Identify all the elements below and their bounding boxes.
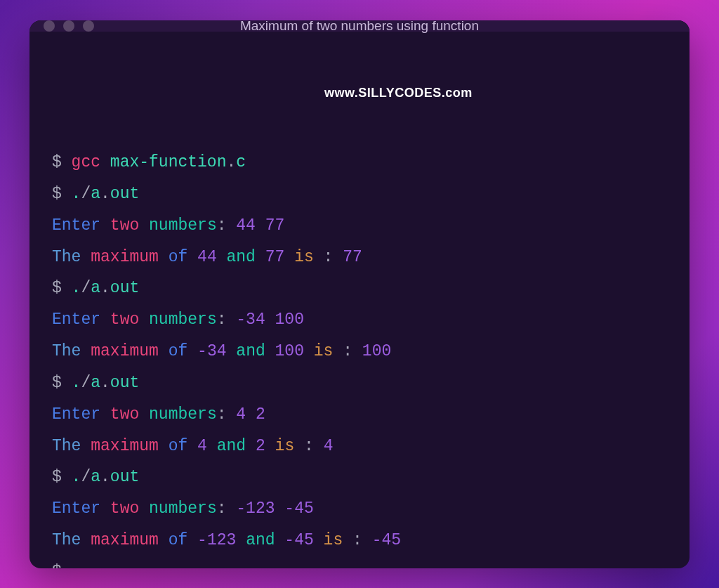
- token: and: [236, 342, 265, 360]
- minimize-icon[interactable]: [63, 20, 74, 32]
- traffic-lights: [44, 20, 94, 32]
- token: [314, 531, 324, 549]
- token: a: [91, 468, 100, 486]
- token: 44: [236, 216, 256, 235]
- token: 44: [197, 248, 217, 266]
- token: .: [100, 468, 110, 486]
- terminal-line: Enter two numbers: -34 100: [52, 304, 667, 336]
- token: /: [81, 279, 91, 297]
- token: is: [275, 437, 295, 455]
- token: and: [217, 437, 246, 455]
- token: [187, 531, 197, 549]
- token: 2: [256, 437, 265, 455]
- token: [81, 531, 91, 549]
- token: Enter: [52, 499, 100, 518]
- token: .: [72, 468, 81, 486]
- token: 77: [343, 248, 362, 266]
- token: [187, 248, 197, 266]
- token: $: [52, 468, 72, 486]
- titlebar: Maximum of two numbers using function: [29, 20, 690, 32]
- token: /: [81, 185, 91, 203]
- token: :: [352, 531, 362, 549]
- token: 77: [265, 248, 285, 266]
- token: [81, 248, 91, 266]
- terminal-line: $: [52, 556, 667, 568]
- token: [294, 437, 304, 455]
- token: :: [217, 499, 227, 518]
- token: 100: [275, 342, 304, 360]
- token: is: [314, 342, 334, 360]
- terminal-line: The maximum of -123 and -45 is : -45: [52, 525, 667, 556]
- token: The: [52, 248, 81, 266]
- token: numbers: [149, 216, 217, 235]
- token: [159, 248, 169, 266]
- token: max-function: [110, 153, 227, 171]
- maximize-icon[interactable]: [83, 20, 94, 32]
- token: :: [217, 311, 227, 329]
- token: two: [110, 405, 139, 424]
- token: The: [52, 531, 81, 549]
- token: .: [100, 185, 110, 203]
- token: [304, 342, 314, 360]
- token: [256, 248, 265, 266]
- token: -45: [284, 531, 313, 549]
- token: [256, 216, 265, 235]
- token: .: [100, 374, 110, 392]
- token: out: [110, 279, 139, 297]
- token: [100, 311, 110, 329]
- token: -45: [372, 531, 401, 549]
- token: of: [169, 531, 188, 549]
- terminal-output: $ gcc max-function.c$ ./a.outEnter two n…: [52, 147, 667, 568]
- token: [187, 437, 197, 455]
- token: [81, 437, 91, 455]
- token: 77: [265, 216, 285, 235]
- token: .: [72, 374, 81, 392]
- terminal-line: Enter two numbers: -123 -45: [52, 493, 667, 525]
- token: [81, 342, 91, 360]
- token: -123: [197, 531, 236, 549]
- token: [265, 342, 275, 360]
- terminal-line: $ ./a.out: [52, 178, 667, 210]
- token: [314, 437, 324, 455]
- token: [159, 531, 169, 549]
- token: numbers: [149, 405, 217, 424]
- terminal-line: $ ./a.out: [52, 367, 667, 399]
- token: 4: [236, 405, 246, 424]
- token: -34: [236, 311, 265, 329]
- token: 2: [256, 405, 265, 424]
- token: maximum: [91, 342, 159, 360]
- terminal-line: The maximum of 44 and 77 is : 77: [52, 242, 667, 273]
- token: [159, 342, 169, 360]
- token: -123: [236, 499, 275, 518]
- token: $: [52, 153, 72, 171]
- token: $: [52, 374, 72, 392]
- token: two: [110, 311, 139, 329]
- token: [227, 216, 237, 235]
- token: .: [72, 279, 81, 297]
- token: [265, 437, 275, 455]
- terminal-line: Enter two numbers: 4 2: [52, 399, 667, 431]
- token: a: [91, 279, 100, 297]
- token: [100, 216, 110, 235]
- token: [236, 531, 246, 549]
- close-icon[interactable]: [44, 20, 55, 32]
- terminal-body[interactable]: www.SILLYCODES.com $ gcc max-function.c$…: [29, 32, 690, 568]
- token: maximum: [91, 248, 159, 266]
- token: two: [110, 499, 139, 518]
- token: is: [324, 531, 343, 549]
- token: [217, 248, 227, 266]
- token: [227, 342, 237, 360]
- watermark: www.SILLYCODES.com: [324, 81, 473, 105]
- token: -34: [197, 342, 226, 360]
- token: [139, 311, 149, 329]
- token: [187, 342, 197, 360]
- token: is: [294, 248, 314, 266]
- token: [227, 311, 237, 329]
- token: [362, 531, 372, 549]
- token: numbers: [149, 311, 217, 329]
- token: .: [226, 153, 236, 171]
- token: [159, 437, 169, 455]
- token: [333, 248, 343, 266]
- token: [139, 499, 149, 518]
- terminal-line: $ ./a.out: [52, 462, 667, 493]
